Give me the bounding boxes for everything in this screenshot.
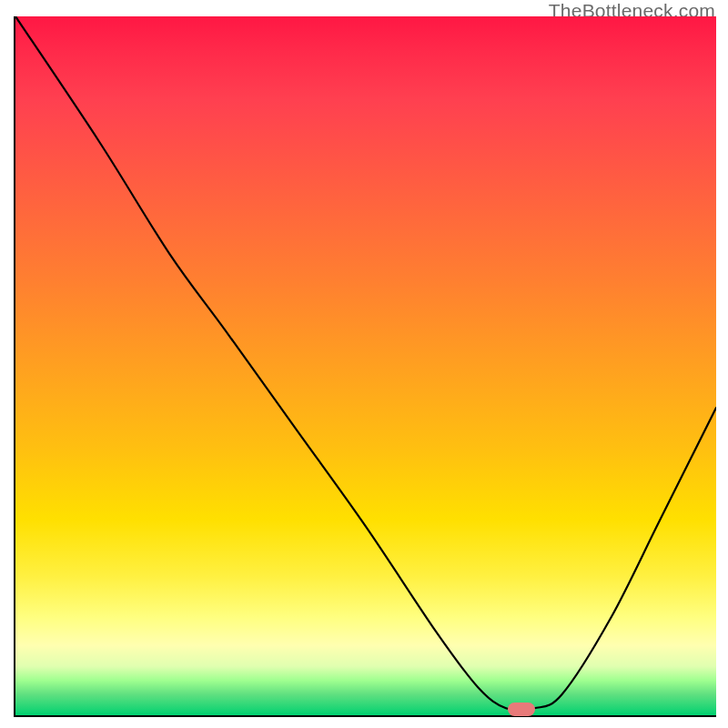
plot-area [14,16,716,717]
curve-svg [15,16,716,715]
bottleneck-curve-path [15,16,716,711]
optimum-marker [508,703,535,716]
chart-container: TheBottleneck.com [0,0,728,728]
